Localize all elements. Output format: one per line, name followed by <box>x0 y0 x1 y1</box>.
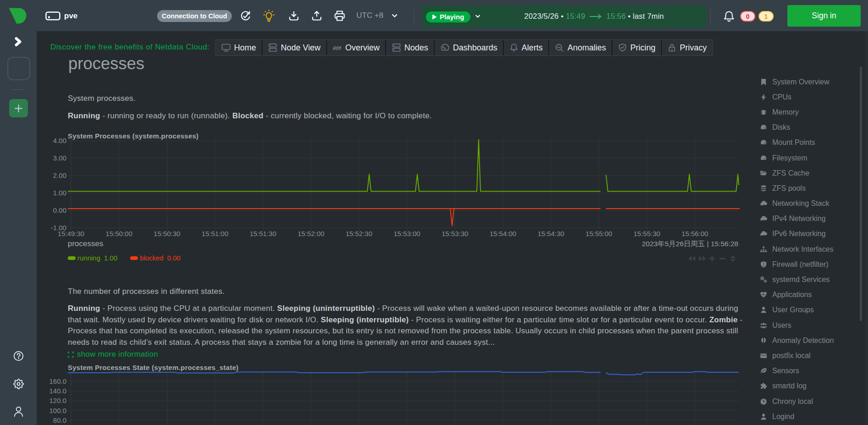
svg-text:3.00: 3.00 <box>53 154 66 162</box>
svg-text:15:54:00: 15:54:00 <box>490 230 516 237</box>
svg-text:120.0: 120.0 <box>49 397 66 404</box>
svg-text:15:50:00: 15:50:00 <box>106 230 132 237</box>
svg-text:160.0: 160.0 <box>49 377 66 385</box>
svg-text:15:55:00: 15:55:00 <box>585 230 612 237</box>
svg-text:15:53:30: 15:53:30 <box>442 230 468 237</box>
svg-text:15:52:30: 15:52:30 <box>345 230 372 237</box>
svg-text:4.00: 4.00 <box>53 137 66 144</box>
svg-text:80.0: 80.0 <box>53 416 66 424</box>
svg-text:15:51:30: 15:51:30 <box>250 230 276 237</box>
svg-text:15:52:00: 15:52:00 <box>298 230 324 237</box>
svg-text:15:55:30: 15:55:30 <box>633 230 660 237</box>
svg-text:100.0: 100.0 <box>49 407 66 414</box>
svg-text:1.00: 1.00 <box>53 189 66 197</box>
svg-text:2.00: 2.00 <box>53 171 66 179</box>
svg-text:15:49:30: 15:49:30 <box>58 230 84 237</box>
svg-text:140.0: 140.0 <box>49 387 66 395</box>
svg-text:15:50:30: 15:50:30 <box>153 230 180 237</box>
svg-text:15:53:00: 15:53:00 <box>393 230 420 237</box>
svg-text:15:51:00: 15:51:00 <box>202 230 228 237</box>
svg-text:15:56:00: 15:56:00 <box>682 230 708 237</box>
svg-text:15:54:30: 15:54:30 <box>538 230 564 237</box>
svg-text:0.00: 0.00 <box>53 206 66 214</box>
